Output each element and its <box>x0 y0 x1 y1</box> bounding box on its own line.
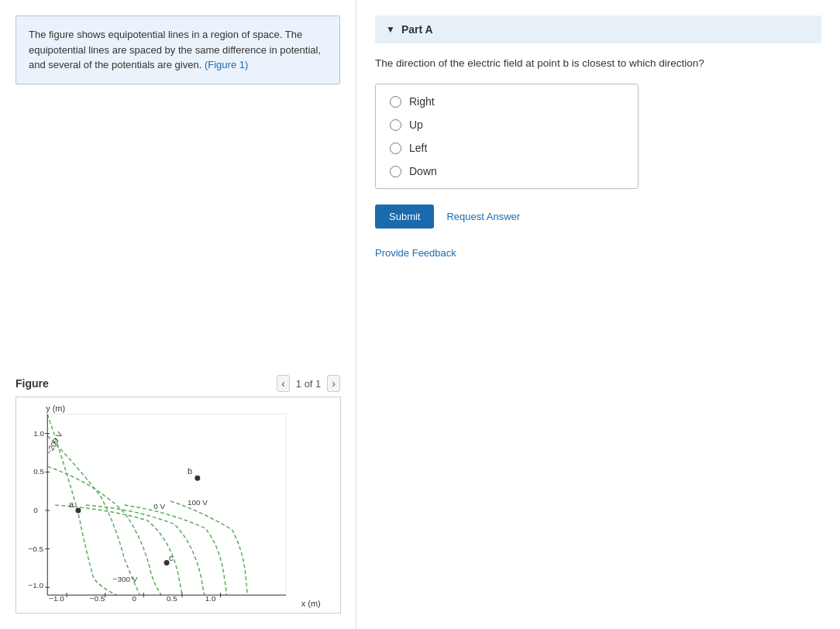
figure-svg: y (m) x (m) 1.0 0.5 0 −0.5 −1.0 −1.0 −0.… <box>16 397 340 613</box>
svg-text:−1.0: −1.0 <box>49 594 64 603</box>
svg-text:1.0: 1.0 <box>33 429 44 438</box>
svg-text:a: a <box>69 500 74 509</box>
part-arrow-icon: ▼ <box>386 24 395 35</box>
option-left-label: Left <box>409 142 427 154</box>
option-up-label: Up <box>409 119 423 131</box>
svg-text:100 V: 100 V <box>188 498 208 507</box>
svg-text:0 V: 0 V <box>153 502 165 510</box>
figure-canvas: y (m) x (m) 1.0 0.5 0 −0.5 −1.0 −1.0 −0.… <box>15 397 341 614</box>
figure-title: Figure <box>15 377 49 390</box>
svg-point-32 <box>195 476 200 481</box>
problem-text: The figure shows equipotential lines in … <box>29 29 321 70</box>
svg-rect-13 <box>47 414 286 595</box>
svg-text:−300 V: −300 V <box>113 575 138 583</box>
svg-text:y (m): y (m) <box>46 404 65 413</box>
svg-text:0.5: 0.5 <box>33 467 44 476</box>
svg-text:−0.5: −0.5 <box>90 594 105 603</box>
svg-text:b: b <box>188 466 192 476</box>
radio-left[interactable] <box>390 143 401 154</box>
question-text: The direction of the electric field at p… <box>375 56 821 71</box>
svg-text:−1.0: −1.0 <box>28 581 43 589</box>
svg-text:x (m): x (m) <box>301 599 321 608</box>
option-left[interactable]: Left <box>390 142 624 154</box>
right-panel: ▼ Part A The direction of the electric f… <box>356 0 840 629</box>
svg-text:−0.5: −0.5 <box>28 545 43 553</box>
figure-nav: ‹ 1 of 1 › <box>277 375 340 392</box>
problem-text-box: The figure shows equipotential lines in … <box>15 15 340 84</box>
figure-header: Figure ‹ 1 of 1 › <box>15 375 340 392</box>
option-up[interactable]: Up <box>390 119 624 131</box>
options-box: Right Up Left Down <box>375 84 639 189</box>
radio-up[interactable] <box>390 119 401 131</box>
action-row: Submit Request Answer <box>375 205 821 229</box>
svg-text:1.0: 1.0 <box>205 594 216 603</box>
svg-text:0: 0 <box>132 594 136 603</box>
radio-right[interactable] <box>390 96 401 108</box>
svg-text:0: 0 <box>33 506 38 514</box>
left-panel: The figure shows equipotential lines in … <box>0 0 356 629</box>
provide-feedback-link[interactable]: Provide Feedback <box>375 247 821 259</box>
option-right[interactable]: Right <box>390 95 624 108</box>
option-down[interactable]: Down <box>390 165 624 177</box>
option-down-label: Down <box>409 165 437 177</box>
radio-down[interactable] <box>390 166 401 177</box>
submit-button[interactable]: Submit <box>375 205 434 229</box>
figure-link[interactable]: (Figure 1) <box>205 59 248 70</box>
next-figure-button[interactable]: › <box>327 375 340 392</box>
svg-point-30 <box>75 507 81 513</box>
prev-figure-button[interactable]: ‹ <box>277 375 290 392</box>
part-title: Part A <box>401 23 433 36</box>
svg-text:0.5: 0.5 <box>167 594 177 603</box>
figure-section: Figure ‹ 1 of 1 › y (m) x (m) <box>15 375 340 614</box>
request-answer-link[interactable]: Request Answer <box>446 211 520 222</box>
option-right-label: Right <box>409 95 435 108</box>
svg-text:c: c <box>169 553 174 562</box>
part-header: ▼ Part A <box>375 15 821 43</box>
figure-nav-text: 1 of 1 <box>296 378 322 390</box>
